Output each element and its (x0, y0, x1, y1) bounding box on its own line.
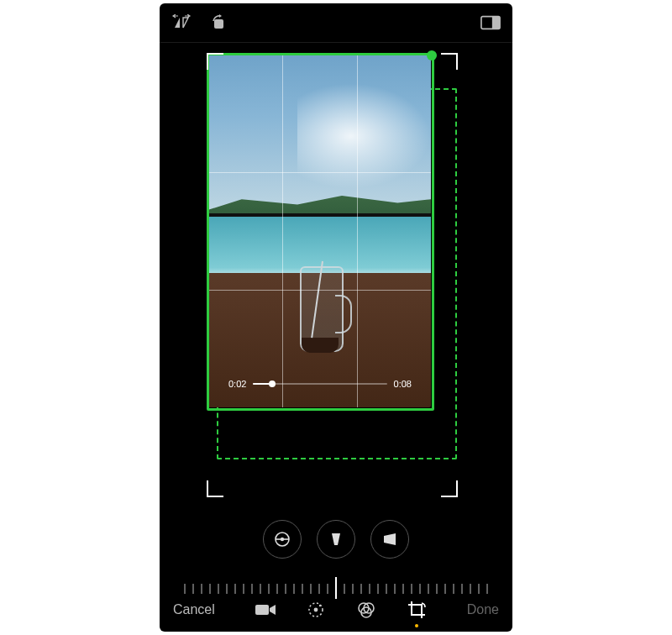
playback-timeline[interactable]: 0:02 0:08 (228, 379, 412, 389)
svg-point-45 (313, 608, 318, 612)
flip-horizontal-icon[interactable] (171, 13, 192, 33)
crop-corner-br[interactable] (441, 480, 458, 497)
done-button[interactable]: Done (467, 602, 499, 617)
aspect-ratio-icon[interactable] (480, 13, 501, 33)
crop-dim-bottom (208, 407, 456, 456)
crop-corner-tl[interactable] (207, 53, 223, 70)
straighten-button[interactable] (263, 520, 302, 559)
photo-cloud (297, 83, 431, 189)
stage: 0:02 0:08 (0, 0, 672, 635)
active-tab-indicator (415, 624, 418, 627)
crop-tab-icon[interactable] (406, 599, 428, 621)
crop-editor: 0:02 0:08 (160, 43, 512, 588)
crop-corner-tr[interactable] (441, 53, 458, 70)
svg-point-5 (281, 538, 284, 541)
adjust-tab-icon[interactable] (305, 599, 327, 621)
crop-top-bar (160, 3, 512, 43)
horizontal-perspective-button[interactable] (370, 520, 409, 559)
media-preview[interactable]: 0:02 0:08 (208, 55, 431, 407)
crop-dim-right (431, 55, 456, 456)
cancel-button[interactable]: Cancel (173, 602, 215, 617)
svg-point-46 (319, 605, 321, 606)
filters-tab-icon[interactable] (355, 599, 377, 621)
svg-rect-0 (214, 19, 223, 29)
crop-corner-bl[interactable] (207, 480, 223, 497)
video-tab-icon[interactable] (255, 599, 276, 621)
vertical-perspective-button[interactable] (317, 520, 355, 559)
timeline-track[interactable] (253, 383, 386, 385)
timeline-knob[interactable] (269, 380, 276, 387)
svg-rect-43 (255, 605, 269, 615)
playback-duration: 0:08 (394, 379, 412, 389)
playback-current: 0:02 (228, 379, 246, 389)
transform-buttons (160, 520, 512, 559)
photo-rail (208, 213, 431, 217)
phone-frame: 0:02 0:08 (160, 3, 512, 632)
svg-rect-2 (492, 17, 500, 29)
top-bar-left (171, 13, 228, 33)
rotate-icon[interactable] (208, 13, 228, 33)
photo-glass (293, 266, 354, 354)
crop-canvas: 0:02 0:08 (208, 55, 456, 496)
angle-ruler[interactable] (176, 572, 496, 604)
